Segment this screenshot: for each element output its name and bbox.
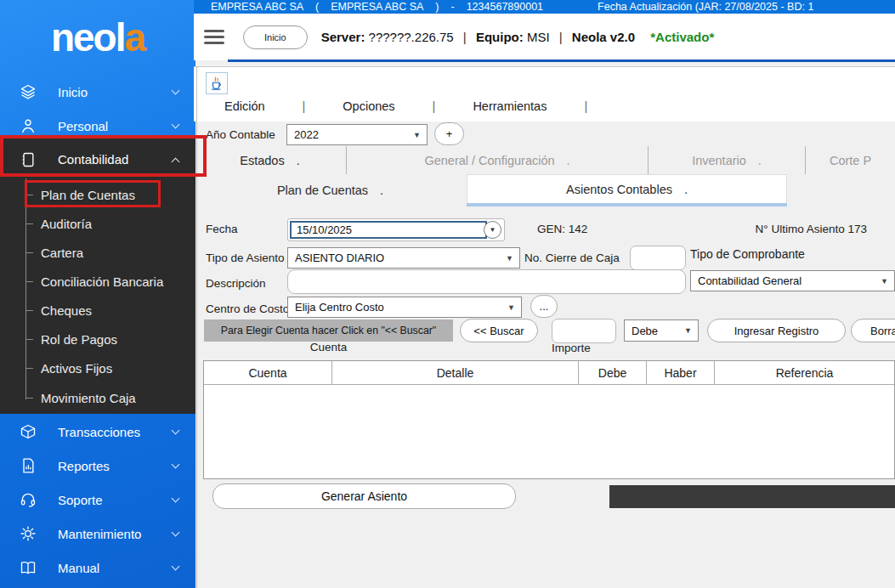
subitem-label: Rol de Pagos — [41, 332, 117, 347]
inicio-button[interactable]: Inicio — [243, 25, 308, 49]
sidebar-item-transacciones[interactable]: Transacciones — [0, 415, 195, 449]
generar-asiento-button[interactable]: Generar Asiento — [212, 483, 516, 509]
anio-contable-label: Año Contable — [206, 128, 275, 141]
subitem-label: Cheques — [41, 303, 92, 318]
column-header-debe[interactable]: Debe — [579, 361, 647, 384]
anio-contable-value: 2022 — [294, 128, 319, 141]
sidebar-item-label: Mantenimiento — [58, 527, 141, 541]
ingresar-registro-button[interactable]: Ingresar Registro — [707, 319, 846, 342]
tab-inventario[interactable]: Inventario. — [648, 146, 805, 174]
sidebar-item-soporte[interactable]: Soporte — [0, 483, 195, 517]
borrar-button[interactable]: Borrar — [851, 319, 895, 342]
caret-down-icon: ▼ — [506, 254, 513, 263]
menu-item-edicion[interactable]: Edición — [224, 99, 265, 113]
asientos-table[interactable]: Cuenta Detalle Debe Haber Referencia — [203, 360, 895, 479]
sidebar-subitem-plan-de-cuentas[interactable]: Plan de Cuentas — [0, 181, 195, 208]
headset-icon — [19, 490, 37, 509]
tipo-comprobante-label: Tipo de Comprobante — [690, 247, 805, 261]
sidebar-item-label: Contabilidad — [58, 152, 128, 167]
sidebar-subitem-activos-fijos[interactable]: Activos Fijos — [0, 354, 195, 382]
tab-asientos-contables[interactable]: Asientos Contables. — [467, 174, 787, 203]
app-window: neola Inicio Personal Contabilidad — [0, 0, 895, 588]
centro-costo-browse-button[interactable]: ... — [530, 295, 558, 318]
column-header-detalle[interactable]: Detalle — [332, 361, 579, 384]
subitem-label: Movimiento Caja — [41, 391, 136, 405]
caret-down-icon: ▼ — [413, 131, 421, 139]
anio-contable-select[interactable]: 2022 ▼ — [286, 124, 428, 145]
tipo-comprobante-select[interactable]: Contabilidad General ▼ — [690, 270, 895, 291]
sidebar-item-contabilidad[interactable]: Contabilidad — [0, 142, 195, 177]
title-bar: EMPRESA ABC SA ( EMPRESA ABC SA ) - 1234… — [194, 0, 895, 14]
sidebar-subitem-rol-de-pagos[interactable]: Rol de Pagos — [0, 325, 195, 353]
subitem-label: Conciliación Bancaria — [41, 274, 163, 289]
hamburger-menu-icon[interactable] — [204, 30, 224, 44]
separator: | — [559, 30, 563, 44]
importe-input[interactable] — [552, 319, 616, 343]
sidebar-item-reportes[interactable]: Reportes — [0, 449, 195, 483]
sidebar-item-personal[interactable]: Personal — [0, 109, 195, 143]
chevron-down-icon — [172, 121, 180, 129]
tab-label: Asientos Contables — [566, 183, 672, 196]
open-book-icon — [19, 558, 37, 577]
sidebar-item-label: Reportes — [58, 459, 110, 473]
debe-haber-select[interactable]: Debe ▼ — [624, 319, 699, 342]
fecha-value[interactable]: 15/10/2025 — [290, 221, 487, 239]
tab-dot: . — [297, 154, 300, 167]
sidebar: neola Inicio Personal Contabilidad — [0, 0, 195, 588]
sidebar-subitem-cartera[interactable]: Cartera — [0, 239, 195, 266]
sidebar-item-inicio[interactable]: Inicio — [0, 75, 195, 109]
tab-general-configuracion[interactable]: General / Configuración. — [346, 146, 648, 174]
separator: | — [463, 30, 467, 44]
tab-dot: . — [758, 154, 762, 167]
tipo-asiento-select[interactable]: ASIENTO DIARIO ▼ — [287, 247, 520, 269]
tab-plan-de-cuentas[interactable]: Plan de Cuentas. — [194, 176, 467, 205]
caret-down-icon: ▼ — [881, 277, 888, 286]
centro-costo-select[interactable]: Elija Centro Costo ▼ — [287, 297, 522, 318]
sidebar-item-label: Manual — [58, 561, 99, 575]
company-name: EMPRESA ABC SA — [211, 1, 303, 13]
column-header-referencia[interactable]: Referencia — [715, 361, 894, 384]
sidebar-subitem-auditoria[interactable]: Auditoría — [0, 210, 195, 237]
sidebar-subitem-cheques[interactable]: Cheques — [0, 297, 195, 324]
buscar-button[interactable]: << Buscar — [460, 319, 538, 342]
tab-corte[interactable]: Corte P — [805, 146, 895, 174]
logo-text-white: neol — [51, 14, 125, 60]
sidebar-subitem-movimiento-caja[interactable]: Movimiento Caja — [0, 384, 195, 411]
menu-item-opciones[interactable]: Opciones — [343, 99, 394, 113]
caret-down-icon: ▼ — [507, 303, 515, 312]
sidebar-item-label: Inicio — [58, 85, 88, 99]
tab-estados[interactable]: Estados. — [194, 146, 346, 174]
sidebar-divider — [196, 67, 197, 588]
column-header-haber[interactable]: Haber — [647, 361, 715, 384]
app-header: Inicio Server: ??????.226.75 | Equipo: M… — [194, 14, 895, 60]
sidebar-item-mantenimiento[interactable]: Mantenimiento — [0, 517, 195, 551]
chevron-down-icon — [172, 87, 180, 95]
tab-label: Corte P — [830, 154, 871, 167]
fecha-datepicker[interactable]: 15/10/2025 ▼ — [287, 218, 505, 241]
fecha-dropdown-button[interactable]: ▼ — [484, 221, 501, 239]
layers-icon — [19, 82, 37, 101]
tab-label: Inventario — [692, 154, 746, 167]
descripcion-input[interactable] — [287, 269, 686, 294]
tab-label: Plan de Cuentas — [277, 184, 368, 197]
centro-costo-label: Centro de Costo — [206, 302, 289, 315]
caret-down-icon: ▼ — [684, 326, 692, 335]
tipo-asiento-label: Tipo de Asiento — [206, 252, 285, 264]
subitem-label: Auditoría — [41, 217, 92, 231]
cierre-caja-input[interactable] — [630, 246, 686, 270]
equipo-value: MSI — [527, 30, 550, 44]
neola-logo: neola — [0, 10, 195, 65]
sidebar-item-label: Soporte — [58, 493, 103, 507]
sidebar-subitem-conciliacion-bancaria[interactable]: Conciliación Bancaria — [0, 268, 195, 295]
add-year-button[interactable]: + — [434, 122, 464, 145]
selected-tab-underline — [467, 203, 787, 206]
column-header-cuenta[interactable]: Cuenta — [204, 361, 332, 384]
sidebar-item-manual[interactable]: Manual — [0, 551, 195, 585]
cuenta-caption: Cuenta — [204, 341, 453, 353]
menu-item-herramientas[interactable]: Herramientas — [473, 99, 547, 113]
report-icon — [19, 456, 37, 475]
chevron-down-icon — [172, 427, 180, 435]
logo-text-orange: a — [124, 14, 144, 60]
sidebar-item-label: Transacciones — [58, 425, 140, 439]
ultimo-asiento-label: N° Ultimo Asiento 173 — [722, 223, 867, 235]
